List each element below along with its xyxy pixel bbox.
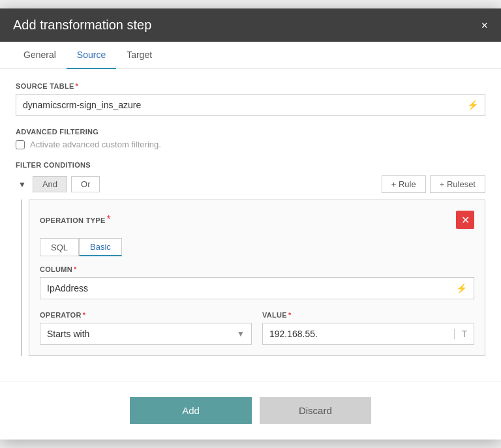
filter-condition-box: OPERATION TYPE* ✕ SQL Basic — [29, 200, 485, 356]
value-input[interactable] — [263, 323, 454, 344]
operator-select-wrapper: Starts with Ends with Contains Equals No… — [40, 323, 252, 345]
modal-header: Add transformation step × — [0, 8, 501, 42]
operation-type-label-group: OPERATION TYPE* — [40, 214, 111, 226]
advanced-filtering-checkbox-label: Activate advanced custom filtering. — [30, 140, 161, 149]
column-input-wrapper: ⚡ — [40, 277, 474, 299]
delete-condition-button[interactable]: ✕ — [456, 211, 474, 229]
and-or-toggle: ▼ And Or — [16, 176, 100, 192]
close-button[interactable]: × — [481, 20, 488, 31]
tab-source[interactable]: Source — [67, 42, 116, 69]
sql-basic-tabs: SQL Basic — [40, 238, 474, 256]
modal-body: SOURCE TABLE* ⚡ ADVANCED FILTERING Activ… — [0, 69, 501, 381]
modal-footer: Add Discard — [0, 381, 501, 440]
value-type-icon: T — [454, 329, 474, 339]
operator-col: OPERATOR* Starts with Ends with Contains… — [40, 311, 252, 345]
source-table-input-wrapper: ⚡ — [16, 94, 485, 116]
add-button[interactable]: Add — [130, 397, 252, 424]
filter-conditions-label: FILTER CONDITIONS — [16, 161, 485, 169]
source-table-group: SOURCE TABLE* ⚡ — [16, 82, 485, 116]
value-input-wrapper: T — [262, 323, 474, 345]
rule-buttons-group: + Rule + Ruleset — [382, 175, 485, 193]
operation-type-required: * — [107, 214, 111, 225]
source-table-input[interactable] — [16, 95, 461, 115]
sql-tab[interactable]: SQL — [40, 238, 79, 256]
condition-indent: OPERATION TYPE* ✕ SQL Basic — [21, 200, 485, 356]
operator-select[interactable]: Starts with Ends with Contains Equals No… — [40, 323, 230, 344]
discard-button[interactable]: Discard — [260, 397, 371, 424]
add-ruleset-button[interactable]: + Ruleset — [430, 175, 485, 193]
column-required: * — [74, 265, 77, 273]
value-label: VALUE* — [262, 311, 474, 319]
value-required: * — [288, 311, 292, 319]
advanced-filtering-group: ADVANCED FILTERING Activate advanced cus… — [16, 128, 485, 149]
column-label: COLUMN* — [40, 265, 474, 273]
basic-tab[interactable]: Basic — [79, 238, 122, 256]
column-icon: ⚡ — [449, 283, 474, 293]
tab-target[interactable]: Target — [116, 42, 162, 69]
and-button[interactable]: And — [33, 176, 67, 192]
add-transformation-modal: Add transformation step × General Source… — [0, 8, 501, 440]
source-table-label: SOURCE TABLE* — [16, 82, 485, 90]
filter-conditions-group: FILTER CONDITIONS ▼ And Or + Rule + Rule… — [16, 161, 485, 356]
operator-arrow-icon: ▼ — [230, 329, 251, 338]
tabs-bar: General Source Target — [0, 42, 501, 69]
operator-required: * — [83, 311, 86, 319]
advanced-filtering-label: ADVANCED FILTERING — [16, 128, 485, 136]
source-table-required: * — [76, 82, 79, 90]
filter-controls-row: ▼ And Or + Rule + Ruleset — [16, 175, 485, 193]
add-rule-button[interactable]: + Rule — [382, 175, 426, 193]
triangle-button[interactable]: ▼ — [16, 180, 29, 189]
value-col: VALUE* T — [262, 311, 474, 345]
advanced-filtering-checkbox[interactable] — [16, 140, 25, 149]
source-table-icon: ⚡ — [461, 100, 485, 110]
column-input[interactable] — [40, 278, 449, 299]
operator-label: OPERATOR* — [40, 311, 252, 319]
or-button[interactable]: Or — [71, 176, 100, 192]
operation-type-header-row: OPERATION TYPE* ✕ — [40, 211, 474, 229]
modal-title: Add transformation step — [13, 18, 151, 33]
advanced-filtering-row: Activate advanced custom filtering. — [16, 140, 485, 149]
tab-general[interactable]: General — [13, 42, 67, 69]
operator-value-row: OPERATOR* Starts with Ends with Contains… — [40, 311, 474, 345]
column-group: COLUMN* ⚡ — [40, 265, 474, 299]
